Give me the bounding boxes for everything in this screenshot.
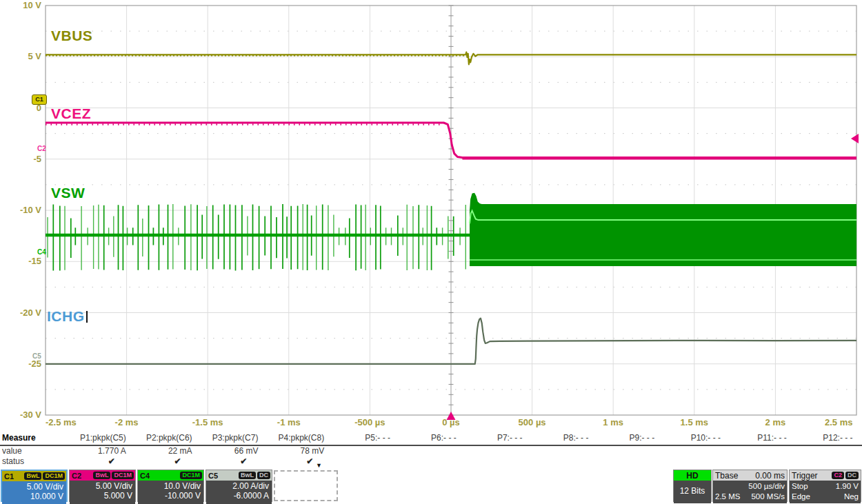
channel-id: C5 bbox=[208, 472, 218, 480]
measure-param-value bbox=[791, 446, 857, 456]
measure-param-header[interactable]: P7:- - - bbox=[461, 433, 527, 445]
x-tick-label: 1 ms bbox=[603, 417, 623, 427]
ichg-trace bbox=[46, 319, 856, 364]
measure-param-value bbox=[394, 446, 461, 456]
tbase-rate: 500 MS/s bbox=[751, 492, 785, 502]
ichg-label-text: ICHG bbox=[47, 308, 85, 324]
hd-bits: 12 Bits bbox=[674, 481, 711, 503]
channel-id: C1 bbox=[3, 472, 14, 481]
trace-label-vbus[interactable]: VBUS bbox=[51, 28, 92, 44]
measure-param-header[interactable]: P6:- - - bbox=[394, 433, 461, 445]
c5-zero-marker[interactable]: C5 bbox=[32, 352, 41, 360]
slot-arrow-icon[interactable]: ▼ bbox=[316, 462, 322, 469]
measure-param-header[interactable]: P9:- - - bbox=[592, 433, 659, 445]
measure-param-status bbox=[725, 456, 791, 467]
measure-param-value bbox=[461, 446, 527, 456]
c4-zero-marker[interactable]: C4 bbox=[37, 248, 46, 256]
measure-param-header[interactable]: P1:pkpk(C5) bbox=[64, 433, 130, 445]
trigger-coupling-badge: DC bbox=[845, 472, 859, 479]
x-tick-label: 2 ms bbox=[765, 417, 786, 427]
x-tick-label: 500 µs bbox=[519, 417, 546, 427]
y-tick-label: 10 V bbox=[1, 0, 41, 10]
channel-badge-dc1m: DC1M bbox=[112, 472, 134, 479]
trace-label-ichg[interactable]: ICHG bbox=[47, 308, 88, 325]
trigger-slope: Neg bbox=[844, 492, 859, 502]
measure-param-value bbox=[725, 446, 791, 456]
vsw-switching-band bbox=[470, 193, 856, 266]
measure-param-status bbox=[592, 456, 659, 467]
measure-param-value: 22 mA bbox=[130, 446, 197, 456]
trigger-box[interactable]: Trigger C2 DC Stop 1.90 V Edge Neg bbox=[789, 470, 861, 502]
vcez-trace bbox=[46, 123, 856, 158]
hd-mode-box[interactable]: HD 12 Bits bbox=[673, 470, 712, 502]
trigger-type: Edge bbox=[792, 492, 810, 502]
channel-box-c1[interactable]: C1BwLDC1M5.00 V/div10.000 V bbox=[1, 470, 68, 502]
c1-zero-marker[interactable]: C1 bbox=[32, 94, 47, 105]
measure-param-header[interactable]: P10:- - - bbox=[659, 433, 725, 445]
channel-offset: 10.000 V bbox=[2, 492, 63, 501]
trigger-source-badge: C2 bbox=[832, 472, 844, 479]
measure-param-status bbox=[461, 456, 527, 467]
trace-label-vcez[interactable]: VCEZ bbox=[51, 105, 91, 122]
y-tick-label: 5 V bbox=[1, 51, 41, 61]
timebase-box[interactable]: Tbase 0.00 ms 500 µs/div 2.5 MS 500 MS/s bbox=[712, 470, 788, 502]
c2-zero-marker[interactable]: C2 bbox=[37, 145, 46, 152]
channel-offset: -10.000 V bbox=[138, 491, 201, 501]
measure-param-header[interactable]: P8:- - - bbox=[527, 433, 593, 445]
channel-box-c2[interactable]: C2BwLDC1M5.00 V/div5.000 V bbox=[69, 470, 136, 502]
y-tick-label: -30 V bbox=[1, 410, 41, 420]
grid-border bbox=[46, 6, 856, 415]
measure-param-value bbox=[659, 446, 725, 456]
channel-box-c4[interactable]: C4DC1M10.0 V/div-10.000 V bbox=[137, 470, 204, 502]
x-tick-label: -500 µs bbox=[354, 417, 385, 427]
x-tick-label: 2.5 ms bbox=[825, 417, 852, 427]
hd-label: HD bbox=[674, 470, 711, 481]
tbase-label: Tbase bbox=[715, 471, 738, 481]
x-tick-label: -2 ms bbox=[115, 417, 139, 427]
channel-badge-dc1m: DC1M bbox=[180, 472, 202, 479]
measure-param-status bbox=[659, 456, 725, 467]
measure-param-status: ✔ bbox=[130, 456, 197, 467]
measure-param-value: 66 mV bbox=[197, 446, 263, 456]
measure-param-header[interactable]: P12:- - - bbox=[791, 433, 857, 445]
measure-param-header[interactable]: P3:pkpk(C7) bbox=[197, 433, 263, 445]
measure-param-status: ✔ bbox=[64, 456, 130, 467]
measure-param-header[interactable]: P2:pkpk(C6) bbox=[130, 433, 197, 445]
channel-id: C2 bbox=[71, 472, 81, 480]
channel-offset: 5.000 V bbox=[70, 491, 132, 501]
channel-badge-bwl: BwL bbox=[239, 472, 256, 479]
channel-scale: 10.0 V/div bbox=[138, 481, 201, 491]
channel-box-c5[interactable]: C5BwLDC2.00 A/div-6.0000 A bbox=[206, 470, 272, 502]
channel-id: C4 bbox=[139, 472, 150, 480]
vsw-bright-line bbox=[470, 211, 856, 224]
x-tick-label: -2.5 ms bbox=[46, 417, 77, 427]
trigger-level: 1.90 V bbox=[836, 481, 859, 492]
y-tick-label: -25 bbox=[1, 359, 41, 369]
measure-value-label: value bbox=[0, 446, 64, 456]
measure-status-label: status bbox=[0, 456, 64, 467]
channel-scale: 2.00 A/div bbox=[206, 481, 269, 491]
trace-label-vsw[interactable]: VSW bbox=[51, 185, 85, 201]
vbus-trace bbox=[46, 52, 856, 65]
vsw-spikes bbox=[53, 204, 453, 271]
empty-channel-slot[interactable] bbox=[274, 470, 338, 501]
measure-param-header[interactable]: P4:pkpk(C8) bbox=[262, 433, 328, 445]
y-tick-label: -10 V bbox=[1, 205, 41, 215]
channel-badge-bwl: BwL bbox=[93, 472, 110, 479]
channel-badge-bwl: BwL bbox=[24, 472, 41, 480]
measure-param-status bbox=[527, 456, 593, 467]
channel-badge-dc1m: DC1M bbox=[43, 472, 65, 480]
trigger-label: Trigger bbox=[792, 471, 818, 481]
oscilloscope-screen: 10 V5 V0-5-10 V-15-20 V-25-30 V -2.5 ms-… bbox=[0, 0, 862, 504]
waveform-plot bbox=[0, 0, 862, 429]
channel-offset: -6.0000 A bbox=[206, 491, 269, 501]
measure-param-value bbox=[592, 446, 659, 456]
vsw-spikes bbox=[48, 204, 465, 270]
channel-scale: 5.00 V/div bbox=[70, 481, 132, 491]
channel-scale: 5.00 V/div bbox=[2, 482, 63, 492]
y-tick-label: -15 bbox=[1, 256, 41, 266]
measure-param-header[interactable]: P5:- - - bbox=[328, 433, 394, 445]
tbase-offset: 0.00 ms bbox=[755, 471, 785, 481]
measure-param-status bbox=[328, 456, 394, 467]
measure-param-header[interactable]: P11:- - - bbox=[725, 433, 791, 445]
